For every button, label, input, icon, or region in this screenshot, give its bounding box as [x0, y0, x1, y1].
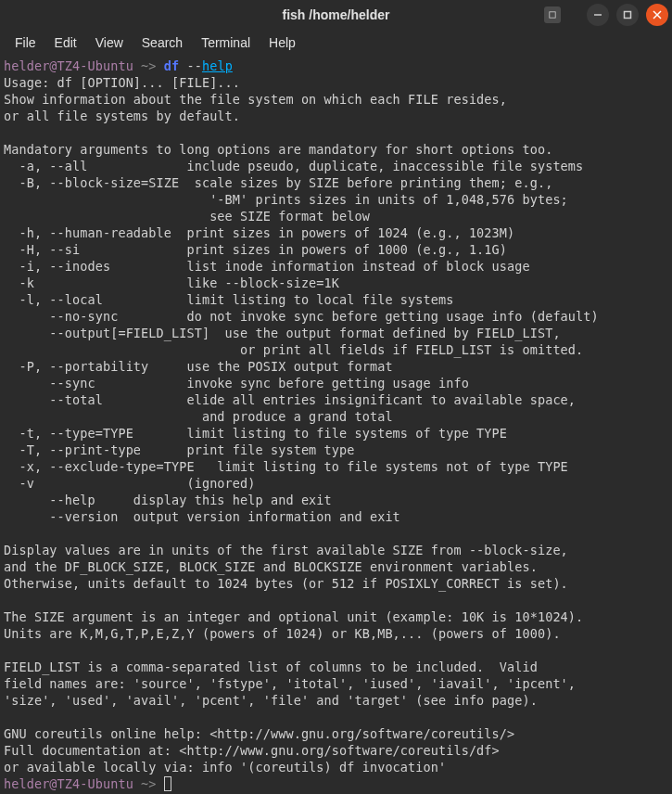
menu-search[interactable]: Search: [133, 32, 192, 54]
prompt2-separator: ~>: [133, 776, 164, 791]
output-line: -a, --all include pseudo, duplicate, ina…: [4, 159, 583, 173]
output-line: --version output version information and…: [4, 509, 400, 524]
prompt-separator: ~>: [133, 58, 164, 73]
output-line: Otherwise, units default to 1024 bytes (…: [4, 576, 568, 591]
output-line: -i, --inodes list inode information inst…: [4, 259, 530, 274]
minimize-button[interactable]: [587, 4, 609, 26]
output-line: -H, --si print sizes in powers of 1000 (…: [4, 242, 507, 257]
output-line: The SIZE argument is an integer and opti…: [4, 609, 583, 624]
output-line: --no-sync do not invoke sync before gett…: [4, 309, 599, 324]
output-line: -t, --type=TYPE limit listing to file sy…: [4, 426, 507, 441]
output-line: Full documentation at: <http://www.gnu.o…: [4, 743, 500, 758]
output-line: -T, --print-type print file system type: [4, 442, 354, 457]
new-tab-dropdown[interactable]: [544, 6, 561, 23]
output-line: or all file systems by default.: [4, 109, 240, 123]
svg-rect-2: [625, 12, 631, 19]
output-line: Units are K,M,G,T,P,E,Z,Y (powers of 102…: [4, 626, 561, 641]
output-line: --sync invoke sync before getting usage …: [4, 376, 469, 391]
window-controls: [587, 4, 668, 26]
close-button[interactable]: [646, 4, 668, 26]
output-line: -v (ignored): [4, 476, 256, 491]
menu-edit[interactable]: Edit: [45, 32, 86, 54]
output-line: or available locally via: info '(coreuti…: [4, 760, 446, 775]
menubar: File Edit View Search Terminal Help: [0, 30, 672, 56]
window-title: fish /home/helder: [283, 7, 390, 22]
output-line: -P, --portability use the POSIX output f…: [4, 359, 393, 374]
maximize-button[interactable]: [616, 4, 639, 26]
output-line: Usage: df [OPTION]... [FILE]...: [4, 75, 240, 90]
output-line: see SIZE format below: [4, 209, 370, 224]
output-line: GNU coreutils online help: <http://www.g…: [4, 726, 514, 741]
output-line: -B, --block-size=SIZE scale sizes by SIZ…: [4, 175, 552, 190]
output-line: and produce a grand total: [4, 409, 393, 424]
output-line: FIELD_LIST is a comma-separated list of …: [4, 660, 538, 674]
output-line: '-BM' prints sizes in units of 1,048,576…: [4, 192, 568, 207]
output-line: or print all fields if FIELD_LIST is omi…: [4, 342, 583, 357]
menu-help[interactable]: Help: [260, 32, 305, 54]
output-line: Display values are in units of the first…: [4, 543, 568, 557]
output-line: -h, --human-readable print sizes in powe…: [4, 225, 514, 240]
menu-file[interactable]: File: [6, 32, 45, 54]
output-line: -x, --exclude-type=TYPE limit listing to…: [4, 459, 568, 474]
prompt-user-host: helder@TZ4-Ubuntu: [4, 58, 133, 73]
flag-prefix: --: [179, 58, 202, 73]
output-line: -k like --block-size=1K: [4, 275, 339, 290]
output-line: --output[=FIELD_LIST] use the output for…: [4, 326, 561, 340]
output-line: 'size', 'used', 'avail', 'pcent', 'file'…: [4, 693, 538, 708]
svg-rect-0: [550, 12, 555, 18]
output-line: -l, --local limit listing to local file …: [4, 292, 453, 307]
menu-view[interactable]: View: [86, 32, 133, 54]
command-name: df: [164, 58, 179, 73]
terminal-content[interactable]: helder@TZ4-Ubuntu ~> df --help Usage: df…: [0, 56, 672, 794]
output-line: --total elide all entries insignificant …: [4, 392, 576, 407]
prompt2-user-host: helder@TZ4-Ubuntu: [4, 776, 133, 791]
output-line: Mandatory arguments to long options are …: [4, 142, 552, 157]
menu-terminal[interactable]: Terminal: [192, 32, 260, 54]
titlebar: fish /home/helder: [0, 0, 672, 30]
cursor: [164, 776, 171, 791]
output-line: Show information about the file system o…: [4, 92, 507, 107]
flag-name: help: [202, 58, 233, 73]
output-line: --help display this help and exit: [4, 493, 332, 507]
output-line: and the DF_BLOCK_SIZE, BLOCK_SIZE and BL…: [4, 559, 538, 574]
output-line: field names are: 'source', 'fstype', 'it…: [4, 676, 576, 691]
